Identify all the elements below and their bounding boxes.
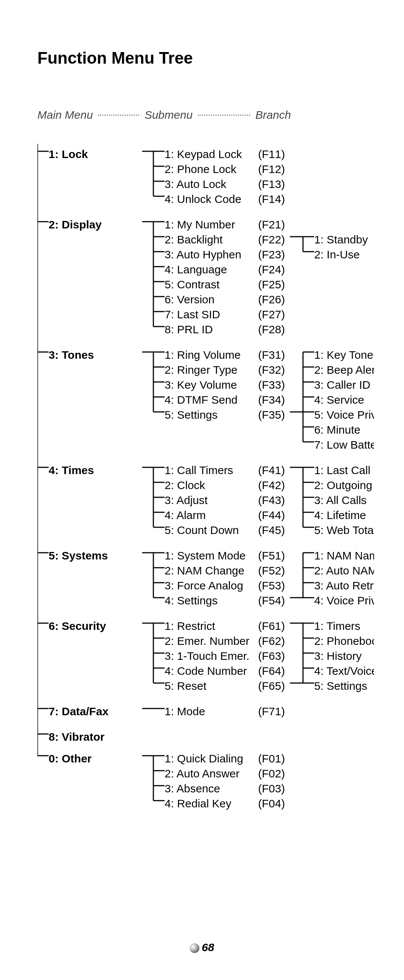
menu-label: 4: Unlock Code — [165, 193, 241, 205]
menu-label: (F61) — [258, 620, 285, 632]
menu-label: (F13) — [258, 178, 285, 190]
menu-label: 1: Lock — [49, 148, 88, 160]
menu-label: 2: Emer. Number — [165, 635, 250, 647]
menu-label: 1: Ring Volume — [165, 348, 241, 361]
menu-label: (F53) — [258, 579, 285, 592]
menu-label: 5: Settings — [314, 680, 368, 692]
menu-label: (F12) — [258, 163, 285, 175]
column-headers: Main Menu Submenu Branch — [37, 108, 370, 121]
menu-label: (F26) — [258, 293, 285, 305]
header-branch: Branch — [255, 108, 291, 121]
menu-label: (F54) — [258, 594, 285, 607]
menu-label: 6: Minute — [314, 423, 360, 436]
menu-label: (F62) — [258, 635, 285, 647]
menu-label: 3: Force Analog — [165, 579, 243, 592]
menu-tree-diagram: 1: Lock1: Keypad Lock(F11)2: Phone Lock(… — [37, 144, 374, 826]
menu-label: 1: Last Call — [314, 464, 370, 476]
menu-label: 2: Clock — [165, 479, 205, 491]
menu-label: (F71) — [258, 705, 285, 718]
menu-label: 1: Call Timers — [165, 464, 233, 476]
menu-label: 3: Auto Lock — [165, 178, 227, 190]
menu-label: (F34) — [258, 394, 285, 406]
menu-label: 1: Key Tone — [314, 348, 373, 361]
menu-label: 2: Auto NAM — [314, 564, 374, 577]
menu-label: 4: Redial Key — [165, 797, 231, 810]
menu-label: (F33) — [258, 379, 285, 391]
menu-label: 4: Times — [49, 464, 94, 476]
menu-label: 5: Settings — [165, 409, 218, 421]
menu-label: (F14) — [258, 193, 285, 205]
menu-label: (F64) — [258, 665, 285, 677]
header-sub: Submenu — [144, 108, 192, 121]
menu-label: (F21) — [258, 218, 285, 231]
menu-label: 3: History — [314, 650, 362, 662]
menu-label: (F45) — [258, 524, 285, 536]
menu-label: 3: Adjust — [165, 494, 208, 506]
menu-label: 8: PRL ID — [165, 323, 213, 336]
menu-label: (F32) — [258, 364, 285, 376]
page-title: Function Menu Tree — [37, 49, 370, 67]
menu-label: 1: Restrict — [165, 620, 215, 632]
menu-label: (F25) — [258, 278, 285, 291]
menu-label: (F27) — [258, 308, 285, 321]
menu-label: 1: NAM Name Tag — [314, 549, 374, 562]
menu-label: 2: Outgoing — [314, 479, 372, 491]
menu-label: 1: System Mode — [165, 549, 246, 562]
menu-label: 2: Display — [49, 218, 102, 231]
menu-label: 7: Last SID — [165, 308, 220, 321]
menu-label: 2: Ringer Type — [165, 364, 238, 376]
menu-label: 8: Vibrator — [49, 730, 105, 743]
menu-label: (F43) — [258, 494, 285, 506]
menu-label: (F01) — [258, 752, 285, 765]
menu-label: 3: Key Volume — [165, 379, 237, 391]
menu-label: (F22) — [258, 233, 285, 246]
menu-label: (F51) — [258, 549, 285, 562]
menu-label: 1: Standby — [314, 233, 368, 246]
menu-label: (F24) — [258, 263, 285, 275]
menu-label: 4: Voice Privacy — [314, 594, 374, 607]
menu-label: 5: Reset — [165, 680, 206, 692]
menu-label: 1: Timers — [314, 620, 360, 632]
menu-label: (F44) — [258, 509, 285, 521]
menu-label: 4: Settings — [165, 594, 218, 607]
menu-label: (F52) — [258, 564, 285, 577]
menu-label: 5: Systems — [49, 549, 108, 562]
menu-label: (F31) — [258, 348, 285, 361]
menu-label: 3: All Calls — [314, 494, 367, 506]
menu-label: (F23) — [258, 248, 285, 261]
menu-label: 4: Code Number — [165, 665, 247, 677]
menu-label: 7: Low Battery — [314, 439, 374, 451]
menu-label: 5: Web Total — [314, 524, 374, 536]
menu-label: 4: Service — [314, 394, 364, 406]
dots-icon — [198, 115, 250, 116]
menu-label: 1: Quick Dialing — [165, 752, 243, 765]
menu-label: 6: Version — [165, 293, 214, 305]
menu-label: (F35) — [258, 409, 285, 421]
menu-label: 0: Other — [49, 752, 92, 765]
menu-label: (F65) — [258, 680, 285, 692]
menu-label: (F03) — [258, 782, 285, 795]
menu-label: 2: In-Use — [314, 248, 360, 261]
menu-label: 3: Auto Hyphen — [165, 248, 241, 261]
menu-label: 2: Auto Answer — [165, 767, 239, 780]
menu-label: 2: NAM Change — [165, 564, 244, 577]
menu-label: (F63) — [258, 650, 285, 662]
page-number: 68 — [0, 941, 404, 954]
menu-label: 1: Mode — [165, 705, 205, 718]
menu-label: (F04) — [258, 797, 285, 810]
page-ornament-icon — [190, 943, 200, 953]
menu-label: 3: Auto Retry — [314, 579, 374, 592]
menu-label: (F11) — [258, 148, 285, 160]
menu-label: 4: Text/Voice — [314, 665, 374, 677]
menu-label: 3: Absence — [165, 782, 220, 795]
menu-label: 4: Alarm — [165, 509, 206, 521]
menu-label: 6: Security — [49, 620, 106, 632]
menu-label: 1: Keypad Lock — [165, 148, 242, 160]
menu-label: (F41) — [258, 464, 285, 476]
menu-label: 2: Phone Lock — [165, 163, 237, 175]
menu-label: 2: Beep Alert — [314, 364, 374, 376]
menu-label: (F42) — [258, 479, 285, 491]
header-main: Main Menu — [37, 108, 93, 121]
menu-label: 4: Lifetime — [314, 509, 366, 521]
menu-label: (F02) — [258, 767, 285, 780]
